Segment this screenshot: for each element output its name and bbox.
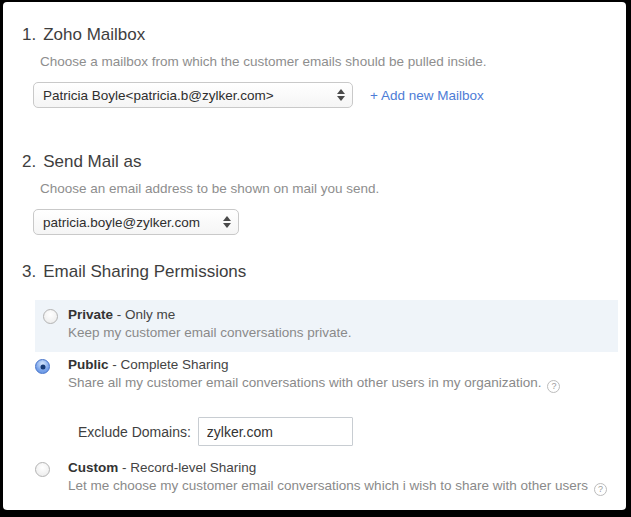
option-row-private: Private - Only me Keep my customer email… bbox=[35, 300, 618, 352]
exclude-domains-input[interactable] bbox=[198, 417, 353, 446]
email-settings-panel: 1. Zoho Mailbox Choose a mailbox from wh… bbox=[3, 2, 626, 510]
help-icon[interactable]: ? bbox=[594, 483, 607, 496]
mailbox-select[interactable]: Patricia Boyle<patricia.b@zylker.com> bbox=[33, 82, 353, 108]
section-email-sharing-permissions: 3. Email Sharing Permissions bbox=[22, 262, 246, 282]
select-stepper-icon bbox=[337, 89, 345, 101]
add-new-mailbox-link[interactable]: + Add new Mailbox bbox=[370, 88, 484, 103]
select-stepper-icon bbox=[223, 216, 231, 228]
section-send-mail-as: 2. Send Mail as Choose an email address … bbox=[22, 152, 379, 235]
send-mail-as-select[interactable]: patricia.boyle@zylker.com bbox=[33, 209, 239, 235]
custom-option-description: Let me choose my customer email conversa… bbox=[68, 478, 607, 496]
public-option-description: Share all my customer email conversation… bbox=[68, 375, 560, 393]
section-number: 2. bbox=[22, 152, 36, 172]
help-icon[interactable]: ? bbox=[547, 380, 560, 393]
section-description: Choose an email address to be shown on m… bbox=[40, 181, 379, 197]
custom-option-label: Custom - Record-level Sharing bbox=[68, 459, 607, 476]
public-option-label: Public - Complete Sharing bbox=[68, 356, 560, 373]
option-row-public: Public - Complete Sharing Share all my c… bbox=[35, 354, 618, 393]
private-radio[interactable] bbox=[43, 309, 58, 324]
private-option-label: Private - Only me bbox=[68, 306, 352, 323]
exclude-domains-row: Exclude Domains: bbox=[78, 417, 353, 446]
section-title: Email Sharing Permissions bbox=[43, 262, 246, 282]
section-title: Zoho Mailbox bbox=[43, 25, 145, 45]
private-option-description: Keep my customer email conversations pri… bbox=[68, 325, 352, 341]
section-number: 3. bbox=[22, 262, 36, 282]
section-heading: 1. Zoho Mailbox bbox=[22, 25, 486, 45]
mailbox-select-value: Patricia Boyle<patricia.b@zylker.com> bbox=[43, 88, 274, 103]
section-description: Choose a mailbox from which the customer… bbox=[40, 54, 486, 70]
section-title: Send Mail as bbox=[43, 152, 141, 172]
custom-radio[interactable] bbox=[35, 462, 50, 477]
section-zoho-mailbox: 1. Zoho Mailbox Choose a mailbox from wh… bbox=[22, 25, 486, 108]
exclude-domains-label: Exclude Domains: bbox=[78, 424, 191, 440]
section-heading: 2. Send Mail as bbox=[22, 152, 379, 172]
send-mail-as-select-value: patricia.boyle@zylker.com bbox=[43, 215, 200, 230]
public-radio[interactable] bbox=[35, 359, 50, 374]
option-row-custom: Custom - Record-level Sharing Let me cho… bbox=[35, 457, 625, 496]
section-number: 1. bbox=[22, 25, 36, 45]
section-heading: 3. Email Sharing Permissions bbox=[22, 262, 246, 282]
